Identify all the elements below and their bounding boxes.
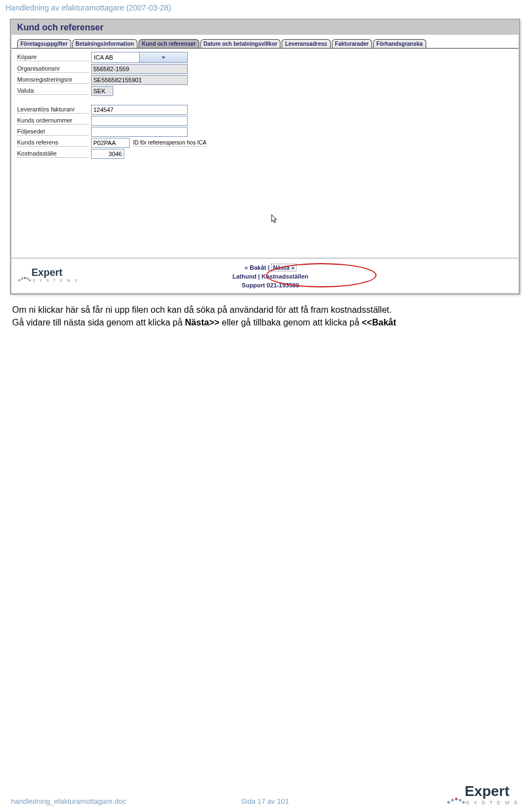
lathund-link[interactable]: Lathund — [232, 273, 256, 280]
kopare-label: Köpare — [17, 54, 89, 61]
momsnr-label: Momsregistreringsnr — [17, 76, 89, 84]
tab-label: Datum och betalningsvillkor — [204, 41, 278, 47]
tab-foretagsuppgifter[interactable]: Företagsuppgifter — [17, 39, 71, 48]
tab-content: Köpare ICA AB Organisationsnr Momsregist… — [12, 48, 518, 258]
kostnadsstalle-input[interactable] — [91, 149, 124, 159]
kopare-value: ICA AB — [92, 54, 139, 61]
tab-label: Kund och referenser — [142, 41, 196, 47]
momsnr-input[interactable] — [91, 75, 188, 85]
footer-filename: handledning_efakturamottagare.doc — [11, 797, 126, 805]
tab-forhandsgranska[interactable]: Förhandsgranska — [373, 39, 426, 48]
tab-label: Betalningsinformation — [76, 41, 134, 47]
kunds-referens-input[interactable] — [91, 138, 130, 148]
tab-label: Leveransadress — [285, 41, 327, 47]
kopare-dropdown[interactable]: ICA AB — [91, 52, 188, 63]
next-link[interactable]: Nästa » — [271, 264, 296, 271]
tab-label: Fakturarader — [335, 41, 369, 47]
foljesedel-label: Följesedel — [17, 128, 89, 136]
kunds-referens-label: Kunds referens — [17, 139, 89, 147]
explanation-text: Om ni klickar här så får ni upp filen oc… — [12, 303, 518, 329]
footer-page: Sida 17 av 101 — [241, 797, 289, 805]
chevron-down-icon — [139, 52, 187, 62]
tab-bar: Företagsuppgifter Betalningsinformation … — [17, 39, 513, 48]
lev-fakturanr-label: Leverantörs fakturanr — [17, 106, 89, 114]
nav-links: « Bakåt | Nästa » Lathund | Kostnadsstäl… — [79, 264, 462, 289]
tab-fakturarader[interactable]: Fakturarader — [332, 39, 372, 48]
cursor-icon — [271, 214, 279, 224]
kostnadsstallen-link[interactable]: Kostnadsställen — [262, 273, 309, 280]
kunds-referens-hint: ID för referensperson hos ICA — [133, 140, 206, 147]
valuta-label: Valuta — [17, 87, 89, 95]
logo-sub: S Y S T E M S — [466, 800, 519, 805]
text-bold: <<Bakåt — [362, 318, 396, 327]
lev-fakturanr-input[interactable] — [91, 105, 188, 115]
separator: | — [258, 273, 259, 280]
text: eller gå tillbaka genom att klicka på — [219, 318, 362, 327]
support-text: Support 021-193500 — [242, 282, 299, 289]
tab-betalningsinformation[interactable]: Betalningsinformation — [72, 39, 137, 48]
valuta-input[interactable] — [91, 86, 113, 96]
logo-word: Expert — [465, 783, 519, 800]
panel-title: Kund och referenser — [10, 19, 520, 35]
expert-logo: Expert S Y S T E M S — [18, 267, 79, 282]
expert-logo-footer: Expert S Y S T E M S — [447, 783, 519, 805]
app-window: Kund och referenser Företagsuppgifter Be… — [10, 19, 520, 295]
tab-label: Förhandsgranska — [377, 41, 423, 47]
logo-word: Expert — [31, 267, 79, 279]
logo-sub: S Y S T E M S — [33, 279, 79, 282]
kostnadsstalle-label: Kostnadsställe — [17, 150, 89, 158]
text: Om ni klickar här så får ni upp filen oc… — [12, 305, 391, 314]
orgnr-label: Organisationsnr — [17, 65, 89, 73]
orgnr-input[interactable] — [91, 64, 188, 74]
tab-label: Företagsuppgifter — [20, 41, 68, 47]
separator: | — [268, 264, 269, 271]
back-link[interactable]: « Bakåt — [245, 264, 266, 271]
tab-datum-och-betalningsvillkor[interactable]: Datum och betalningsvillkor — [200, 39, 281, 48]
text-bold: Nästa>> — [185, 318, 219, 327]
doc-header: Handledning av efakturamottagare (2007-0… — [0, 0, 530, 13]
svg-marker-0 — [162, 56, 165, 58]
tab-kund-och-referenser[interactable]: Kund och referenser — [139, 39, 199, 48]
foljesedel-input[interactable] — [91, 127, 188, 137]
kunds-ordernr-label: Kunds ordernummer — [17, 117, 89, 125]
text: Gå vidare till nästa sida genom att klic… — [12, 318, 185, 327]
kunds-ordernr-input[interactable] — [91, 116, 188, 126]
tab-leveransadress[interactable]: Leveransadress — [282, 39, 330, 48]
